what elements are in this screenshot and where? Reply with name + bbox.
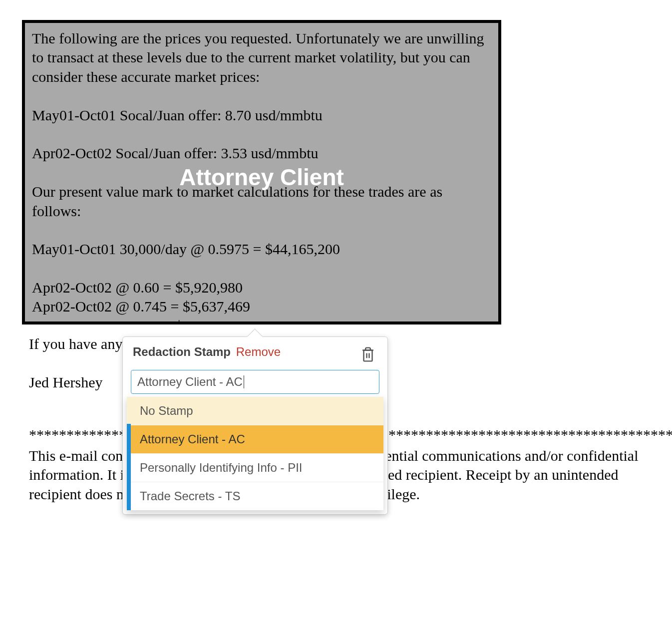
- dropdown-selection-rail: [127, 424, 131, 510]
- text-cursor: [244, 375, 244, 388]
- stamp-dropdown: No Stamp Attorney Client - AC Personally…: [127, 397, 383, 510]
- svg-rect-0: [364, 350, 372, 361]
- delete-redaction-button[interactable]: [358, 345, 377, 364]
- stamp-option-trade-secrets[interactable]: Trade Secrets - TS: [127, 482, 383, 510]
- stamp-option-pii[interactable]: Personally Identifying Info - PII: [127, 453, 383, 482]
- stamp-option-attorney-client[interactable]: Attorney Client - AC: [127, 425, 383, 453]
- popover-title: Redaction Stamp Remove: [133, 345, 281, 359]
- redacted-body-text: The following are the prices you request…: [32, 29, 491, 324]
- remove-stamp-link[interactable]: Remove: [236, 345, 281, 358]
- stamp-input[interactable]: Attorney Client - AC: [131, 370, 379, 394]
- stamp-input-value: Attorney Client - AC: [137, 375, 243, 389]
- popover-title-label: Redaction Stamp: [133, 345, 231, 358]
- stamp-option-no-stamp[interactable]: No Stamp: [127, 397, 383, 425]
- document-page: The following are the prices you request…: [0, 0, 672, 641]
- redaction-stamp-popover: Redaction Stamp Remove Attorney Client -…: [122, 336, 388, 515]
- trash-icon: [360, 346, 375, 363]
- redaction-region[interactable]: The following are the prices you request…: [22, 20, 501, 324]
